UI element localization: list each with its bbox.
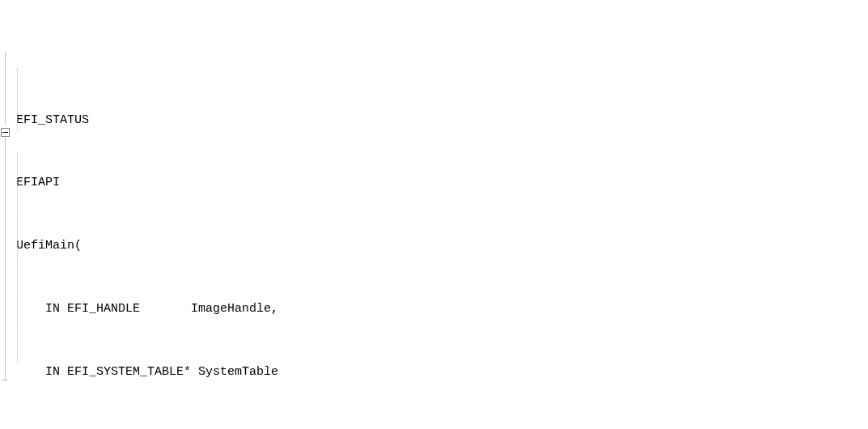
code-line: UefiMain(	[15, 236, 868, 257]
code-area[interactable]: EFI_STATUS EFIAPI UefiMain( IN EFI_HANDL…	[15, 5, 868, 429]
code-text: EFI_STATUS	[16, 113, 89, 127]
fold-end-tick	[2, 380, 8, 380]
code-line: EFIAPI	[15, 172, 868, 193]
code-line: EFI_STATUS	[15, 110, 868, 131]
code-line: IN EFI_HANDLE ImageHandle,	[15, 299, 868, 320]
code-editor[interactable]: EFI_STATUS EFIAPI UefiMain( IN EFI_HANDL…	[0, 0, 868, 429]
code-text: IN EFI_SYSTEM_TABLE* SystemTable	[16, 365, 278, 379]
code-text: IN EFI_HANDLE ImageHandle,	[16, 302, 278, 316]
fold-guide-outer-2	[5, 138, 6, 380]
fold-guide-outer	[5, 52, 6, 125]
indent-guide	[17, 68, 18, 131]
code-line: IN EFI_SYSTEM_TABLE* SystemTable	[15, 362, 868, 383]
gutter	[0, 5, 15, 426]
code-text: EFIAPI	[16, 176, 60, 189]
code-text: UefiMain(	[16, 239, 82, 253]
indent-guide-2	[17, 152, 18, 363]
fold-collapse-icon[interactable]	[1, 128, 10, 137]
code-line: )	[15, 425, 868, 429]
